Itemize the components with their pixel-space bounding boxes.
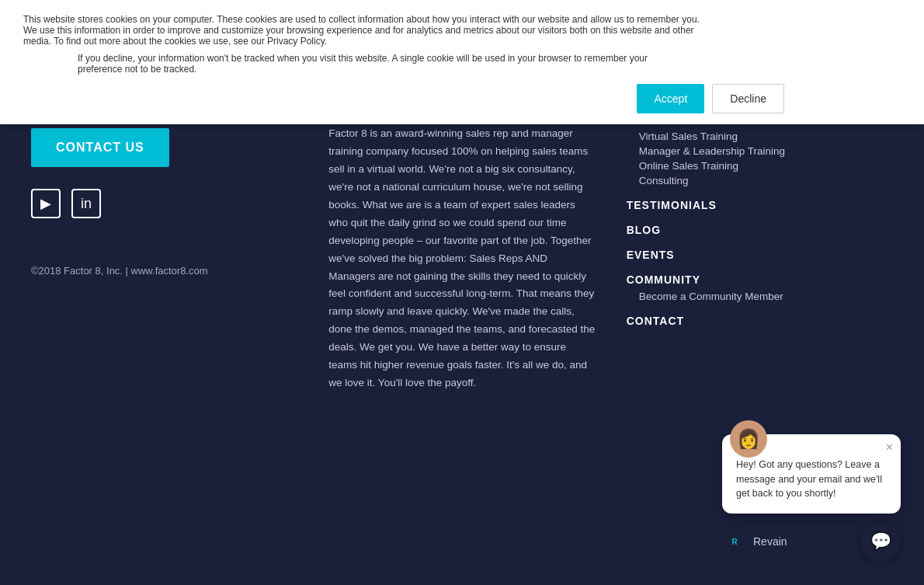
nav-services-sub: Virtual Sales Training Manager & Leaders… bbox=[627, 131, 893, 186]
cookie-banner: This website stores cookies on your comp… bbox=[0, 0, 924, 124]
about-body: Factor 8 is an award-winning sales rep a… bbox=[328, 125, 595, 392]
nav-community-label[interactable]: COMMUNITY bbox=[627, 273, 893, 286]
nav-community: COMMUNITY Become a Community Member bbox=[627, 273, 893, 302]
nav-events: EVENTS bbox=[627, 249, 893, 261]
nav-online-sales[interactable]: Online Sales Training bbox=[639, 160, 893, 172]
decline-button[interactable]: Decline bbox=[712, 84, 784, 113]
cookie-decline-text: If you decline, your information won't b… bbox=[78, 53, 683, 75]
nav-community-sub: Become a Community Member bbox=[627, 291, 893, 302]
nav-contact-label[interactable]: CONTACT bbox=[627, 315, 893, 327]
nav-virtual-sales[interactable]: Virtual Sales Training bbox=[639, 131, 893, 142]
social-icons: ▶ in bbox=[31, 189, 297, 218]
cookie-main-text: This website stores cookies on your comp… bbox=[23, 14, 707, 47]
nav-contact: CONTACT bbox=[627, 315, 893, 327]
nav-testimonials-label[interactable]: TESTIMONIALS bbox=[627, 199, 893, 211]
youtube-icon[interactable]: ▶ bbox=[31, 189, 61, 218]
footer-middle: About Factor 8 Factor 8 is an award-winn… bbox=[328, 85, 595, 392]
nav-blog-label[interactable]: BLOG bbox=[627, 224, 893, 236]
copyright: ©2018 Factor 8, Inc. | www.factor8.com bbox=[31, 265, 297, 277]
footer-left: Request More Information: CONTACT US ▶ i… bbox=[31, 85, 297, 392]
nav-consulting[interactable]: Consulting bbox=[639, 175, 893, 186]
nav-manager-leadership[interactable]: Manager & Leadership Training bbox=[639, 145, 893, 157]
nav-become-member[interactable]: Become a Community Member bbox=[639, 291, 893, 302]
contact-us-button[interactable]: CONTACT US bbox=[31, 128, 169, 167]
footer-right: ABOUT OUR SERVICES Virtual Sales Trainin… bbox=[627, 85, 893, 392]
nav-testimonials: TESTIMONIALS bbox=[627, 199, 893, 211]
nav-blog: BLOG bbox=[627, 224, 893, 236]
accept-button[interactable]: Accept bbox=[637, 84, 704, 113]
footer-grid: Request More Information: CONTACT US ▶ i… bbox=[31, 85, 893, 392]
linkedin-icon[interactable]: in bbox=[71, 189, 101, 218]
nav-events-label[interactable]: EVENTS bbox=[627, 249, 893, 261]
cookie-buttons: Accept Decline bbox=[23, 84, 784, 113]
nav-our-services: OUR SERVICES Virtual Sales Training Mana… bbox=[627, 113, 893, 186]
